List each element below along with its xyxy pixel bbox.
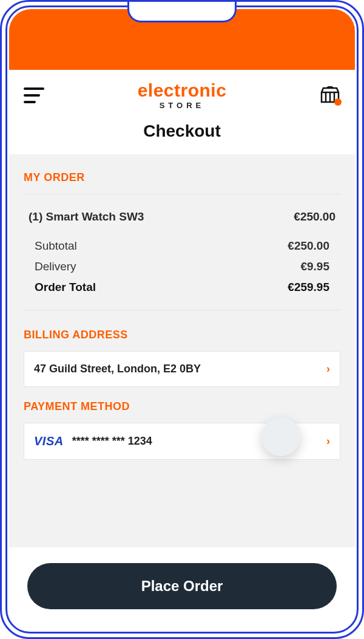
total-row: Order Total €259.95 <box>35 277 329 298</box>
chevron-right-icon: › <box>326 435 330 448</box>
logo-main: electronic <box>138 81 227 100</box>
item-price: €250.00 <box>294 210 335 224</box>
cart-icon[interactable] <box>320 86 340 104</box>
card-mask: **** **** *** 1234 <box>72 435 152 448</box>
delivery-label: Delivery <box>35 260 76 273</box>
app-header: electronic STORE <box>9 70 355 114</box>
subtotal-label: Subtotal <box>35 239 77 253</box>
delivery-row: Delivery €9.95 <box>35 256 329 277</box>
payment-section-label: PAYMENT METHOD <box>24 400 340 413</box>
subtotal-row: Subtotal €250.00 <box>35 236 329 256</box>
card-brand: VISA <box>34 434 64 448</box>
billing-address-text: 47 Guild Street, London, E2 0BY <box>34 363 201 375</box>
checkout-footer: Place Order <box>9 547 355 630</box>
delivery-value: €9.95 <box>300 260 329 273</box>
billing-section-label: BILLING ADDRESS <box>24 329 340 341</box>
order-section-label: MY ORDER <box>24 171 340 184</box>
checkout-content: MY ORDER (1) Smart Watch SW3 €250.00 Sub… <box>9 154 355 547</box>
menu-icon[interactable] <box>24 87 44 103</box>
chevron-right-icon: › <box>326 363 330 375</box>
logo-sub: STORE <box>138 101 227 110</box>
subtotal-value: €250.00 <box>288 239 329 253</box>
place-order-button[interactable]: Place Order <box>27 563 337 609</box>
cart-badge <box>334 98 342 106</box>
order-summary: (1) Smart Watch SW3 €250.00 Subtotal €25… <box>24 194 340 310</box>
phone-notch <box>127 1 237 22</box>
order-line-item: (1) Smart Watch SW3 €250.00 <box>29 207 335 227</box>
floating-button[interactable] <box>261 417 300 456</box>
total-value: €259.95 <box>288 281 329 294</box>
phone-frame: electronic STORE Checkout MY ORDER <box>0 0 364 639</box>
logo: electronic STORE <box>138 81 227 109</box>
item-label: (1) Smart Watch SW3 <box>29 210 144 224</box>
page-title: Checkout <box>9 114 355 154</box>
order-totals: Subtotal €250.00 Delivery €9.95 Order To… <box>29 227 335 298</box>
app-screen: electronic STORE Checkout MY ORDER <box>9 9 355 630</box>
billing-address-picker[interactable]: 47 Guild Street, London, E2 0BY › <box>24 351 340 387</box>
total-label: Order Total <box>35 281 96 294</box>
